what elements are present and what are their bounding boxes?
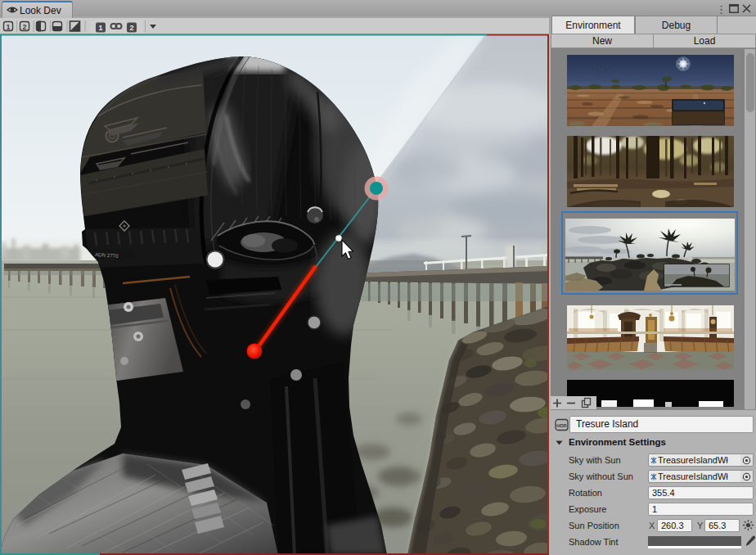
svg-text:1: 1 (6, 23, 10, 31)
svg-text:2: 2 (22, 23, 26, 31)
svg-text:HDR: HDR (556, 423, 567, 428)
svg-text:2: 2 (129, 24, 133, 32)
svg-text:1: 1 (98, 24, 102, 32)
